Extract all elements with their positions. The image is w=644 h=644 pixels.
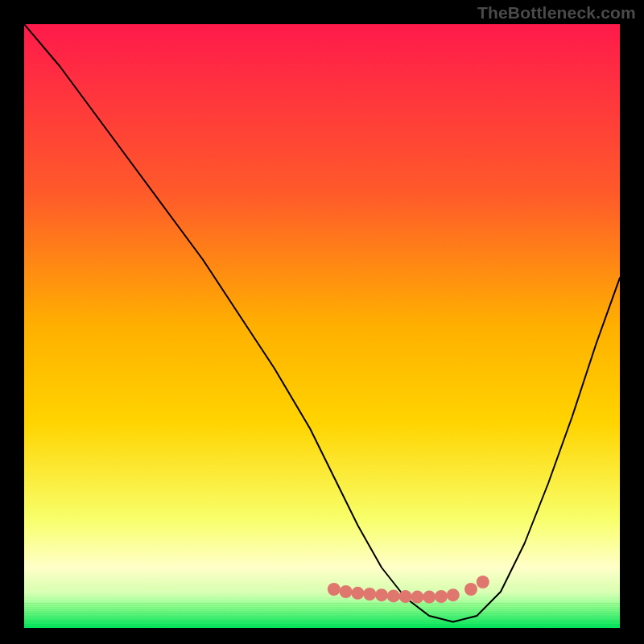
highlight-point <box>363 588 376 601</box>
bottleneck-chart <box>24 24 620 628</box>
highlight-point <box>387 589 400 602</box>
highlight-point <box>328 583 341 596</box>
highlight-point <box>375 588 388 601</box>
watermark-label: TheBottleneck.com <box>477 3 636 23</box>
highlight-point <box>477 576 489 588</box>
highlight-point <box>411 591 423 604</box>
highlight-point <box>340 585 353 598</box>
highlight-point <box>351 587 364 600</box>
gradient-background <box>24 24 620 628</box>
highlight-point <box>435 590 448 603</box>
highlight-point <box>399 590 412 603</box>
highlight-point <box>447 588 460 601</box>
plot-area <box>24 24 620 628</box>
highlight-point <box>464 583 477 596</box>
highlight-point <box>423 591 436 604</box>
chart-stage: TheBottleneck.com <box>0 0 644 644</box>
